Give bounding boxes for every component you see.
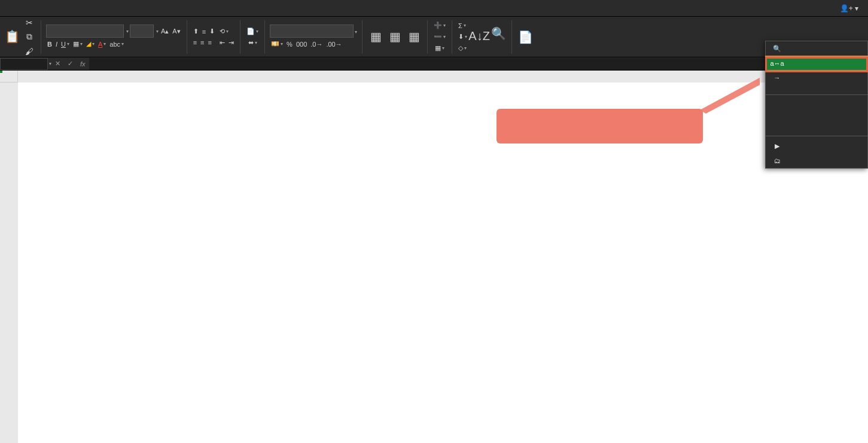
align-middle-button[interactable]: ≡	[201, 27, 207, 36]
format-as-table-button[interactable]: ▦	[386, 28, 403, 46]
cell-styles-button[interactable]: ▦	[406, 28, 422, 46]
menu-goto[interactable]: →	[766, 71, 867, 85]
fill-color-button[interactable]: ◢▾	[85, 39, 96, 49]
autosum-button[interactable]: Σ▾	[457, 21, 467, 30]
percent-button[interactable]: %	[285, 39, 294, 49]
orientation-button[interactable]: ⟲▾	[218, 26, 230, 36]
fill-button[interactable]: ⬇▾	[457, 32, 468, 42]
decrease-decimal-button[interactable]: .00→	[325, 39, 343, 49]
cell-styles-icon: ▦	[406, 28, 422, 45]
fx-button[interactable]: fx	[77, 60, 89, 68]
column-headers	[18, 71, 868, 83]
align-center-button[interactable]: ≡	[199, 38, 205, 47]
menu-find[interactable]: 🔍	[766, 41, 867, 56]
wrap-text-button[interactable]: 📄 ▾	[245, 26, 260, 36]
acrobat-button[interactable]: 📄	[517, 29, 534, 45]
menu-conditional-format[interactable]	[766, 112, 867, 119]
increase-indent-button[interactable]: ⇥	[227, 38, 235, 48]
menu-formulas[interactable]	[766, 97, 867, 105]
formula-input[interactable]	[89, 58, 868, 70]
phonetic-button[interactable]: abc▾	[108, 39, 125, 49]
font-color-button[interactable]: A▾	[97, 39, 107, 49]
increase-font-button[interactable]: A▴	[160, 26, 170, 36]
format-cells-button[interactable]: ▦ ▾	[433, 43, 447, 53]
sort-filter-icon: A↓Z	[471, 28, 488, 45]
menu-selection-window[interactable]: 🗂	[766, 154, 867, 168]
tab-bar: 👤+ ▾	[0, 0, 868, 17]
table-format-icon: ▦	[386, 28, 403, 45]
insert-cells-button[interactable]: ➕ ▾	[433, 20, 447, 30]
decrease-indent-button[interactable]: ⇤	[218, 38, 226, 48]
conditional-format-icon: ▦	[367, 28, 384, 45]
align-top-button[interactable]: ⬆	[192, 26, 200, 36]
goto-icon: →	[773, 74, 781, 81]
copy-button[interactable]: ⧉	[23, 30, 36, 44]
highlight-box	[765, 57, 868, 72]
merge-center-button[interactable]: ⬌ ▾	[245, 38, 260, 48]
align-left-button[interactable]: ≡	[192, 38, 198, 47]
cut-button[interactable]: ✂	[23, 16, 36, 29]
find-select-button[interactable]: 🔍	[490, 25, 507, 49]
select-all-corner[interactable]	[0, 71, 18, 83]
cancel-formula-button[interactable]: ✕	[51, 60, 64, 68]
number-format-select[interactable]	[270, 25, 354, 38]
paste-icon[interactable]: 📋	[4, 28, 20, 45]
font-size-select[interactable]	[130, 25, 154, 38]
italic-button[interactable]: I	[54, 39, 59, 49]
menu-data-validation[interactable]	[766, 126, 867, 133]
align-bottom-button[interactable]: ⬇	[208, 26, 216, 36]
bold-button[interactable]: B	[46, 39, 53, 49]
clear-button[interactable]: ◇▾	[457, 43, 468, 53]
spreadsheet[interactable]	[0, 71, 868, 443]
window-icon: 🗂	[773, 157, 781, 164]
format-painter-button[interactable]: 🖌	[23, 45, 36, 58]
comma-button[interactable]: 000	[295, 39, 308, 49]
increase-decimal-button[interactable]: .0→	[309, 39, 324, 49]
share-button[interactable]: 👤+ ▾	[833, 2, 866, 15]
decrease-font-button[interactable]: A▾	[171, 26, 181, 36]
enter-formula-button[interactable]: ✓	[64, 60, 77, 68]
conditional-format-button[interactable]: ▦	[367, 28, 384, 46]
formula-bar: ▾ ✕ ✓ fx	[0, 57, 868, 71]
acrobat-icon: 📄	[517, 29, 534, 45]
currency-button[interactable]: 💴▾	[270, 39, 284, 49]
menu-comments[interactable]	[766, 105, 867, 112]
row-headers	[0, 83, 18, 443]
align-right-button[interactable]: ≡	[207, 38, 213, 47]
menu-select-options[interactable]	[766, 85, 867, 92]
delete-cells-button[interactable]: ➖ ▾	[433, 32, 447, 42]
search-icon: 🔍	[773, 45, 781, 53]
name-box[interactable]	[0, 58, 48, 70]
cursor-icon: ▶	[773, 142, 781, 150]
find-icon: 🔍	[490, 25, 507, 42]
menu-select-objects[interactable]: ▶	[766, 139, 867, 154]
border-button[interactable]: ▦▾	[72, 39, 84, 49]
underline-button[interactable]: U▾	[60, 39, 71, 49]
cell-grid[interactable]	[18, 83, 868, 443]
font-name-select[interactable]	[46, 25, 124, 38]
ribbon: 📋 ✂ ⧉ 🖌 ▾ ▾ A▴ A▾ B I U▾ ▦▾ ◢▾ A▾ abc▾ ⬆…	[0, 17, 868, 57]
menu-constants[interactable]	[766, 119, 867, 126]
annotation-callout	[497, 109, 703, 143]
sort-filter-button[interactable]: A↓Z	[471, 28, 488, 46]
